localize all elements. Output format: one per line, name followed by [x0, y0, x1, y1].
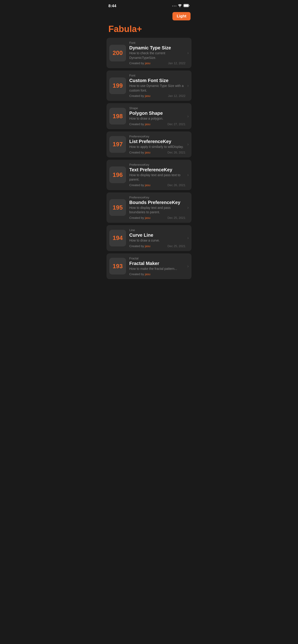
status-bar: 8:44 — [104, 0, 194, 10]
item-author: Created by jasu — [129, 94, 150, 98]
app-title: Fabula+ — [104, 21, 194, 38]
list-item[interactable]: 198 Shape Polygon Shape How to draw a po… — [107, 103, 191, 129]
item-description: How to make the fractal pattern... — [129, 266, 185, 271]
item-author-name: jasu — [145, 244, 150, 248]
chevron-right-icon: › — [187, 172, 189, 177]
item-date: Dec 25, 2021 — [168, 216, 185, 220]
item-footer: Created by jasu Dec 26, 2021 — [129, 151, 185, 154]
item-number: 200 — [113, 50, 123, 56]
item-date: Dec 25, 2021 — [168, 244, 185, 248]
item-date: Jan 12, 2022 — [168, 94, 185, 98]
item-author-name: jasu — [145, 216, 150, 220]
item-category: Line — [129, 228, 185, 232]
item-author-name: jasu — [145, 122, 150, 126]
item-badge: 194 — [109, 230, 126, 246]
item-author: Created by jasu — [129, 216, 150, 220]
item-content: Line Curve Line How to draw a curve. Cre… — [129, 228, 185, 248]
item-description: How to display text and pass text to par… — [129, 173, 185, 182]
item-description: How to check the current DynamicTypeSize… — [129, 51, 185, 60]
item-title: Dynamic Type Size — [129, 45, 185, 50]
list-item[interactable]: 197 PreferenceKey List PreferenceKey How… — [107, 132, 191, 158]
item-badge: 198 — [109, 108, 126, 124]
item-description: How to draw a curve. — [129, 238, 185, 243]
item-content: PreferenceKey Bounds PreferenceKey How t… — [129, 196, 185, 220]
item-author: Created by jasu — [129, 272, 150, 276]
item-number: 195 — [113, 204, 123, 211]
item-description: How to draw a polygon. — [129, 116, 185, 121]
item-content: Font Custom Font Size How to use Dynamic… — [129, 74, 185, 98]
item-number: 196 — [113, 171, 123, 178]
item-author: Created by jasu — [129, 62, 150, 65]
item-description: How to use Dynamic Type Size with a cust… — [129, 84, 185, 93]
item-category: Fractal — [129, 257, 185, 260]
item-badge: 200 — [109, 45, 126, 62]
item-footer: Created by jasu Jan 12, 2022 — [129, 62, 185, 65]
item-badge: 195 — [109, 199, 126, 216]
item-title: Curve Line — [129, 232, 185, 238]
chevron-right-icon: › — [187, 83, 189, 88]
item-date: Jan 12, 2022 — [168, 62, 185, 65]
item-author-name: jasu — [145, 151, 150, 154]
list-item[interactable]: 195 PreferenceKey Bounds PreferenceKey H… — [107, 192, 191, 223]
item-category: PreferenceKey — [129, 196, 185, 199]
item-author: Created by jasu — [129, 122, 150, 126]
list-item[interactable]: 194 Line Curve Line How to draw a curve.… — [107, 225, 191, 251]
item-author-name: jasu — [145, 272, 150, 276]
item-category: Font — [129, 41, 185, 44]
item-footer: Created by jasu Dec 27, 2021 — [129, 122, 185, 126]
list-container: 200 Font Dynamic Type Size How to check … — [104, 38, 194, 279]
list-item[interactable]: 193 Fractal Fractal Maker How to make th… — [107, 254, 191, 279]
svg-rect-2 — [184, 4, 188, 7]
item-author-name: jasu — [145, 183, 150, 187]
item-number: 198 — [113, 113, 123, 120]
status-time: 8:44 — [108, 4, 116, 8]
item-content: Shape Polygon Shape How to draw a polygo… — [129, 106, 185, 126]
item-number: 193 — [113, 263, 123, 270]
item-category: Shape — [129, 106, 185, 110]
chevron-right-icon: › — [187, 114, 189, 119]
light-mode-button[interactable]: Light — [172, 12, 191, 20]
item-footer: Created by jasu — [129, 272, 185, 276]
item-number: 197 — [113, 141, 123, 148]
item-footer: Created by jasu Dec 25, 2021 — [129, 244, 185, 248]
chevron-right-icon: › — [187, 264, 189, 269]
item-content: Fractal Fractal Maker How to make the fr… — [129, 257, 185, 276]
list-item[interactable]: 200 Font Dynamic Type Size How to check … — [107, 38, 191, 68]
item-title: List PreferenceKey — [129, 139, 185, 144]
item-description: How to apply it similarly to willDisplay… — [129, 145, 185, 149]
item-title: Fractal Maker — [129, 260, 185, 266]
item-badge: 197 — [109, 136, 126, 153]
item-category: Font — [129, 74, 185, 77]
item-number: 194 — [113, 234, 123, 242]
chevron-right-icon: › — [187, 236, 189, 240]
item-title: Custom Font Size — [129, 78, 185, 83]
wifi-icon — [178, 4, 182, 8]
item-footer: Created by jasu Dec 26, 2021 — [129, 183, 185, 187]
item-content: PreferenceKey List PreferenceKey How to … — [129, 135, 185, 154]
item-date: Dec 26, 2021 — [168, 183, 185, 187]
status-icons — [172, 4, 190, 8]
list-item[interactable]: 196 PreferenceKey Text PreferenceKey How… — [107, 160, 191, 190]
chevron-right-icon: › — [187, 142, 189, 147]
item-author: Created by jasu — [129, 183, 150, 187]
item-date: Dec 26, 2021 — [168, 151, 185, 154]
list-item[interactable]: 199 Font Custom Font Size How to use Dyn… — [107, 70, 191, 101]
item-date: Dec 27, 2021 — [168, 122, 185, 126]
item-title: Bounds PreferenceKey — [129, 200, 185, 205]
chevron-right-icon: › — [187, 50, 189, 56]
item-category: PreferenceKey — [129, 135, 185, 138]
item-footer: Created by jasu Jan 12, 2022 — [129, 94, 185, 98]
item-title: Polygon Shape — [129, 110, 185, 116]
item-number: 199 — [113, 82, 123, 89]
item-description: How to display text and pass boundaries … — [129, 206, 185, 215]
item-content: PreferenceKey Text PreferenceKey How to … — [129, 163, 185, 187]
battery-icon — [183, 4, 190, 8]
chevron-right-icon: › — [187, 205, 189, 210]
svg-point-0 — [180, 6, 180, 7]
item-content: Font Dynamic Type Size How to check the … — [129, 41, 185, 65]
item-author-name: jasu — [145, 62, 150, 65]
item-badge: 193 — [109, 258, 126, 274]
item-category: PreferenceKey — [129, 163, 185, 166]
item-author: Created by jasu — [129, 244, 150, 248]
header-row: Light — [104, 10, 194, 21]
